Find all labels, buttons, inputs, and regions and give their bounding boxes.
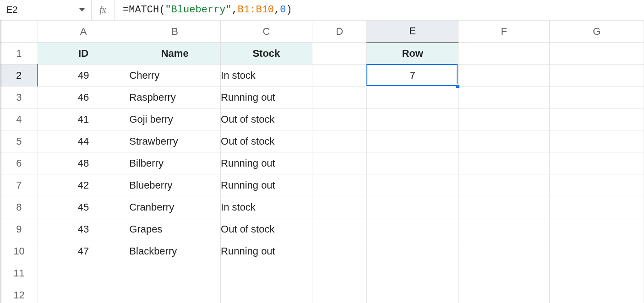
cell-E5[interactable] <box>367 130 458 152</box>
row-header-8[interactable]: 8 <box>0 196 38 218</box>
cell-D5[interactable] <box>312 130 367 152</box>
column-header-D[interactable]: D <box>312 21 367 43</box>
cell-D12[interactable] <box>312 284 367 303</box>
cell-C2[interactable]: In stock <box>221 65 312 87</box>
column-header-A[interactable]: A <box>38 21 129 43</box>
cell-B6[interactable]: Bilberry <box>129 152 221 174</box>
cell-C3[interactable]: Running out <box>221 87 312 108</box>
spreadsheet-grid[interactable]: ABCDEFG 1IDNameStockRow249CherryIn stock… <box>0 20 644 303</box>
cell-E7[interactable] <box>367 174 458 196</box>
fx-icon[interactable]: fx <box>92 0 115 20</box>
cell-A12[interactable] <box>38 284 129 303</box>
cell-E10[interactable] <box>367 240 458 262</box>
cell-C5[interactable]: Out of stock <box>221 130 312 152</box>
column-header-G[interactable]: G <box>550 21 644 43</box>
cell-D8[interactable] <box>312 196 367 218</box>
row-header-10[interactable]: 10 <box>0 240 38 262</box>
cell-G4[interactable] <box>550 108 644 130</box>
cell-E1[interactable]: Row <box>367 43 458 65</box>
cell-D4[interactable] <box>312 108 367 130</box>
cell-F11[interactable] <box>458 262 549 284</box>
cell-E9[interactable] <box>367 218 458 240</box>
row-header-9[interactable]: 9 <box>0 218 38 240</box>
cell-E3[interactable] <box>367 87 458 108</box>
cell-F3[interactable] <box>458 87 549 108</box>
cell-C1[interactable]: Stock <box>221 43 312 65</box>
row-header-6[interactable]: 6 <box>0 152 38 174</box>
cell-C9[interactable]: Out of stock <box>221 218 312 240</box>
select-all-corner[interactable] <box>0 21 38 43</box>
cell-D9[interactable] <box>312 218 367 240</box>
cell-C8[interactable]: In stock <box>221 196 312 218</box>
cell-A3[interactable]: 46 <box>38 87 129 108</box>
cell-A6[interactable]: 48 <box>38 152 129 174</box>
cell-B2[interactable]: Cherry <box>129 65 221 87</box>
cell-D10[interactable] <box>312 240 367 262</box>
cell-B8[interactable]: Cranberry <box>129 196 221 218</box>
cell-G9[interactable] <box>550 218 644 240</box>
cell-F2[interactable] <box>458 65 549 87</box>
cell-E4[interactable] <box>367 108 458 130</box>
cell-F7[interactable] <box>458 174 549 196</box>
cell-E8[interactable] <box>367 196 458 218</box>
cell-F4[interactable] <box>458 108 549 130</box>
column-header-E[interactable]: E <box>367 21 458 43</box>
row-header-1[interactable]: 1 <box>0 43 38 65</box>
row-header-7[interactable]: 7 <box>0 174 38 196</box>
cell-D3[interactable] <box>312 87 367 108</box>
cell-E12[interactable] <box>367 284 458 303</box>
cell-D1[interactable] <box>312 43 367 65</box>
cell-G11[interactable] <box>550 262 644 284</box>
cell-B9[interactable]: Grapes <box>129 218 221 240</box>
cell-E11[interactable] <box>367 262 458 284</box>
cell-B11[interactable] <box>129 262 221 284</box>
cell-F12[interactable] <box>458 284 549 303</box>
cell-B12[interactable] <box>129 284 221 303</box>
column-header-B[interactable]: B <box>129 21 221 43</box>
cell-A9[interactable]: 43 <box>38 218 129 240</box>
cell-A2[interactable]: 49 <box>38 65 129 87</box>
cell-F5[interactable] <box>458 130 549 152</box>
cell-A4[interactable]: 41 <box>38 108 129 130</box>
cell-B10[interactable]: Blackberry <box>129 240 221 262</box>
selection-fill-handle[interactable] <box>456 84 460 88</box>
cell-G1[interactable] <box>550 43 644 65</box>
cell-D11[interactable] <box>312 262 367 284</box>
cell-F9[interactable] <box>458 218 549 240</box>
row-header-5[interactable]: 5 <box>0 130 38 152</box>
cell-A10[interactable]: 47 <box>38 240 129 262</box>
dropdown-icon[interactable] <box>79 8 85 11</box>
column-header-F[interactable]: F <box>458 21 549 43</box>
cell-G5[interactable] <box>550 130 644 152</box>
column-header-C[interactable]: C <box>221 21 312 43</box>
cell-B4[interactable]: Goji berry <box>129 108 221 130</box>
row-header-12[interactable]: 12 <box>0 284 38 303</box>
cell-A1[interactable]: ID <box>38 43 129 65</box>
cell-A7[interactable]: 42 <box>38 174 129 196</box>
cell-F8[interactable] <box>458 196 549 218</box>
cell-G2[interactable] <box>550 65 644 87</box>
row-header-4[interactable]: 4 <box>0 108 38 130</box>
row-header-3[interactable]: 3 <box>0 87 38 108</box>
cell-C4[interactable]: Out of stock <box>221 108 312 130</box>
name-box[interactable]: E2 <box>0 0 92 20</box>
cell-C6[interactable]: Running out <box>221 152 312 174</box>
cell-G8[interactable] <box>550 196 644 218</box>
cell-E2[interactable]: 7 <box>367 65 458 87</box>
cell-D6[interactable] <box>312 152 367 174</box>
cell-A11[interactable] <box>38 262 129 284</box>
cell-C12[interactable] <box>221 284 312 303</box>
cell-B7[interactable]: Blueberry <box>129 174 221 196</box>
cell-D2[interactable] <box>312 65 367 87</box>
cell-F10[interactable] <box>458 240 549 262</box>
cell-G7[interactable] <box>550 174 644 196</box>
cell-G6[interactable] <box>550 152 644 174</box>
cell-F6[interactable] <box>458 152 549 174</box>
cell-B1[interactable]: Name <box>129 43 221 65</box>
cell-B3[interactable]: Raspberry <box>129 87 221 108</box>
cell-G12[interactable] <box>550 284 644 303</box>
formula-input[interactable]: =MATCH("Blueberry",B1:B10,0) <box>115 4 644 16</box>
cell-C11[interactable] <box>221 262 312 284</box>
cell-C7[interactable]: Running out <box>221 174 312 196</box>
cell-C10[interactable]: Running out <box>221 240 312 262</box>
